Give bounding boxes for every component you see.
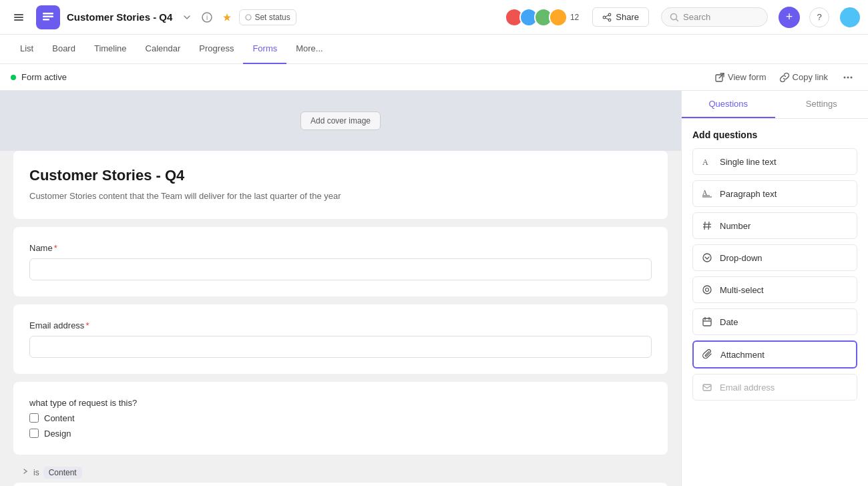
status-bar: Form active View form Copy link <box>0 64 868 91</box>
avatar <box>549 8 568 27</box>
svg-point-8 <box>246 15 251 20</box>
required-star: * <box>54 243 57 253</box>
add-cover-button[interactable]: Add cover image <box>300 111 381 130</box>
question-label: Paragraph text <box>720 189 777 199</box>
share-button[interactable]: Share <box>592 7 649 27</box>
svg-text:i: i <box>206 14 208 21</box>
user-avatar[interactable] <box>840 7 860 27</box>
svg-line-12 <box>606 15 609 17</box>
tab-board[interactable]: Board <box>43 35 85 64</box>
form-title-card: Customer Stories - Q4 Customer Stories c… <box>13 151 668 219</box>
link-icon <box>780 73 789 82</box>
sub-navigation: List Board Timeline Calendar Progress Fo… <box>0 35 868 64</box>
email-field-label: Email address * <box>29 320 652 330</box>
tab-list[interactable]: List <box>11 35 43 64</box>
view-form-label: View form <box>728 72 767 82</box>
question-paragraph-text[interactable]: A Paragraph text <box>692 180 857 207</box>
svg-rect-0 <box>14 14 23 15</box>
svg-point-29 <box>703 254 711 262</box>
tab-more[interactable]: More... <box>286 35 332 64</box>
svg-text:A: A <box>702 189 708 196</box>
question-label: Multi-select <box>720 285 764 295</box>
checkbox-group: Content Design <box>29 413 652 439</box>
team-avatars: 12 <box>505 8 579 27</box>
svg-point-10 <box>603 16 606 19</box>
number-icon <box>701 220 713 232</box>
question-email-address[interactable]: Email address <box>692 374 857 401</box>
svg-rect-32 <box>703 318 711 326</box>
name-field-card: Name * <box>13 227 668 296</box>
form-area: Add cover image Customer Stories - Q4 Cu… <box>0 91 681 486</box>
set-status-button[interactable]: Set status <box>239 9 296 25</box>
chevron-down-icon[interactable] <box>179 9 195 25</box>
search-placeholder: Search <box>683 12 710 22</box>
panel-tabs: Questions Settings <box>682 91 868 119</box>
checkbox-content[interactable]: Content <box>29 413 652 423</box>
svg-line-17 <box>719 73 724 78</box>
copy-link-button[interactable]: Copy link <box>780 72 828 82</box>
svg-point-9 <box>608 13 611 16</box>
tab-calendar[interactable]: Calendar <box>136 35 190 64</box>
chevron-right-icon <box>21 467 29 477</box>
svg-line-25 <box>704 222 705 230</box>
required-star: * <box>85 320 89 330</box>
info-icon[interactable]: i <box>199 9 215 25</box>
help-button[interactable]: ? <box>809 7 829 27</box>
star-icon[interactable] <box>219 9 235 25</box>
checkbox-design[interactable]: Design <box>29 429 652 439</box>
svg-point-19 <box>847 76 849 78</box>
question-dropdown[interactable]: Drop-down <box>692 244 857 271</box>
tab-questions[interactable]: Questions <box>682 91 775 118</box>
svg-rect-36 <box>703 385 711 391</box>
svg-rect-4 <box>43 15 53 17</box>
add-button[interactable]: + <box>779 7 800 28</box>
avatar-count: 12 <box>570 13 579 22</box>
form-title: Customer Stories - Q4 <box>29 167 652 184</box>
app-icon <box>36 5 60 29</box>
tab-settings[interactable]: Settings <box>775 91 869 118</box>
svg-point-18 <box>844 76 846 78</box>
question-number[interactable]: Number <box>692 212 857 239</box>
checkbox-content-input[interactable] <box>29 413 39 423</box>
question-multi-select[interactable]: Multi-select <box>692 276 857 303</box>
top-navigation: Customer Stories - Q4 i Set status 12 Sh… <box>0 0 868 35</box>
svg-line-26 <box>708 222 709 230</box>
svg-rect-3 <box>43 13 53 15</box>
request-type-label: what type of request is this? <box>29 398 652 408</box>
attachment-icon <box>702 348 714 360</box>
view-form-button[interactable]: View form <box>715 72 767 82</box>
more-options-button[interactable] <box>839 68 857 87</box>
panel-content: Add questions A Single line text A Parag… <box>682 119 868 486</box>
main-layout: Add cover image Customer Stories - Q4 Cu… <box>0 91 868 486</box>
nav-icons: i Set status <box>179 9 296 25</box>
request-type-card: what type of request is this? Content De… <box>13 382 668 455</box>
svg-point-20 <box>851 76 853 78</box>
multi-select-icon <box>701 284 713 296</box>
checkbox-design-input[interactable] <box>29 429 39 438</box>
status-dot <box>11 75 16 80</box>
hamburger-button[interactable] <box>8 7 29 28</box>
question-label: Attachment <box>720 350 765 360</box>
conditional-bar: is Content <box>13 463 668 483</box>
status-text: Form active <box>21 72 67 82</box>
tab-forms[interactable]: Forms <box>243 35 286 64</box>
question-attachment[interactable]: Attachment <box>692 340 857 369</box>
name-field-label: Name * <box>29 243 652 253</box>
svg-point-11 <box>608 19 611 21</box>
email-input[interactable] <box>29 336 652 358</box>
choose-option-card: Choose an option Choose one... <box>13 483 668 487</box>
tab-progress[interactable]: Progress <box>190 35 243 64</box>
text-icon: A <box>701 156 713 168</box>
svg-rect-1 <box>14 17 23 18</box>
search-bar[interactable]: Search <box>661 7 768 27</box>
search-icon <box>670 13 679 22</box>
question-date[interactable]: Date <box>692 308 857 335</box>
name-input[interactable] <box>29 258 652 280</box>
add-questions-title: Add questions <box>692 130 857 140</box>
question-label: Single line text <box>720 157 777 167</box>
svg-rect-5 <box>43 19 49 21</box>
question-single-line-text[interactable]: A Single line text <box>692 148 857 175</box>
tab-timeline[interactable]: Timeline <box>85 35 136 64</box>
svg-rect-2 <box>14 19 23 21</box>
form-description: Customer Stories content that the Team w… <box>29 190 652 203</box>
